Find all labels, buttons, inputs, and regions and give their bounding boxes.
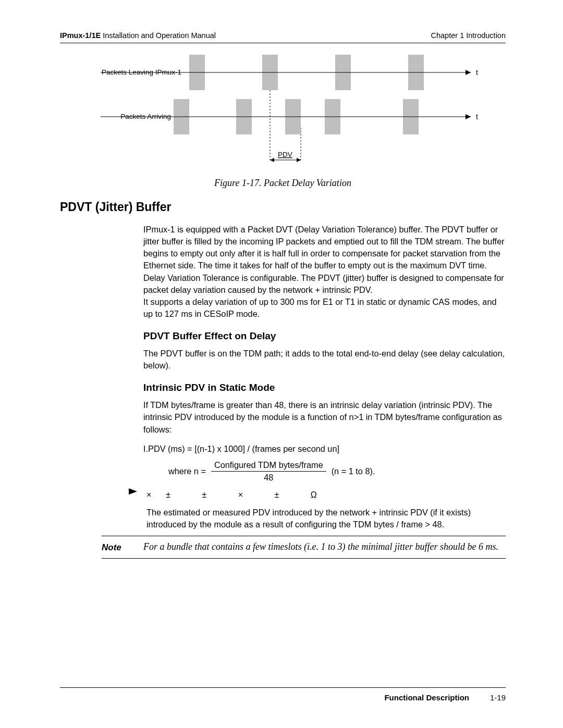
fraction: Configured TDM bytes/frame 48: [211, 460, 326, 483]
page-header: IPmux-1/1E Installation and Operation Ma…: [60, 31, 506, 43]
fraction-numerator: Configured TDM bytes/frame: [211, 460, 326, 472]
header-chapter: Chapter 1 Introduction: [431, 31, 506, 40]
figure-pdv: t t Packets Leaving IPmux-1 Packets Arri…: [60, 55, 506, 189]
bullet-text: The estimated or measured PDV introduced…: [146, 507, 506, 530]
svg-marker-17: [297, 158, 301, 162]
para-buffer-effect: The PDVT buffer is on the TDM path; it a…: [143, 348, 506, 372]
heading-buffer-effect: PDVT Buffer Effect on Delay: [143, 329, 506, 343]
fraction-denominator: 48: [264, 472, 273, 483]
formula-where: where n = Configured TDM bytes/frame 48 …: [143, 460, 506, 483]
svg-marker-16: [270, 158, 274, 162]
page: IPmux-1/1E Installation and Operation Ma…: [0, 0, 563, 728]
note-label: Note: [102, 541, 132, 554]
figure-caption: Figure 1-17. Packet Delay Variation: [60, 178, 506, 189]
product-name: IPmux-1/1E: [60, 31, 101, 40]
manual-title: Installation and Operation Manual: [101, 31, 216, 40]
note-block: Note For a bundle that contains a few ti…: [102, 536, 506, 559]
svg-marker-14: [466, 114, 471, 119]
formula-ipdv: I.PDV (ms) = [(n-1) x 1000] / (frames pe…: [143, 443, 506, 455]
where-label: where n =: [168, 465, 206, 477]
para-intro-1: IPmux-1 is equipped with a Packet DVT (D…: [143, 224, 506, 296]
n-range: (n = 1 to 8).: [332, 465, 375, 477]
pdv-diagram: t t Packets Leaving IPmux-1 Packets Arri…: [80, 55, 486, 175]
header-left: IPmux-1/1E Installation and Operation Ma…: [60, 31, 216, 40]
label-pdv: PDV: [278, 151, 292, 158]
footer-section: Functional Description: [384, 693, 469, 702]
page-footer: Functional Description 1-19: [60, 687, 506, 702]
symbol-row: ×± ± × ± Ω: [146, 489, 506, 501]
svg-marker-5: [466, 70, 471, 75]
label-leaving: Packets Leaving IPmux-1: [101, 68, 181, 76]
axis-t-top: t: [476, 68, 478, 77]
label-arriving: Packets Arriving: [120, 113, 171, 120]
heading-pdvt-buffer: PDVT (Jitter) Buffer: [60, 200, 506, 214]
axis-t-bottom: t: [476, 113, 478, 121]
para-intrinsic: If TDM bytes/frame is greater than 48, t…: [143, 399, 506, 435]
svg-marker-18: [129, 488, 137, 495]
footer-page-number: 1-19: [490, 693, 506, 702]
note-text: For a bundle that contains a few timeslo…: [143, 540, 498, 554]
heading-intrinsic-pdv: Intrinsic PDV in Static Mode: [143, 381, 506, 395]
body-column: IPmux-1 is equipped with a Packet DVT (D…: [143, 224, 506, 559]
bullet-item: ×± ± × ± Ω The estimated or measured PDV…: [143, 486, 506, 530]
triangle-bullet-icon: [129, 488, 137, 495]
para-intro-2: It supports a delay variation of up to 3…: [143, 296, 506, 320]
bullet-content: ×± ± × ± Ω The estimated or measured PDV…: [146, 486, 506, 530]
